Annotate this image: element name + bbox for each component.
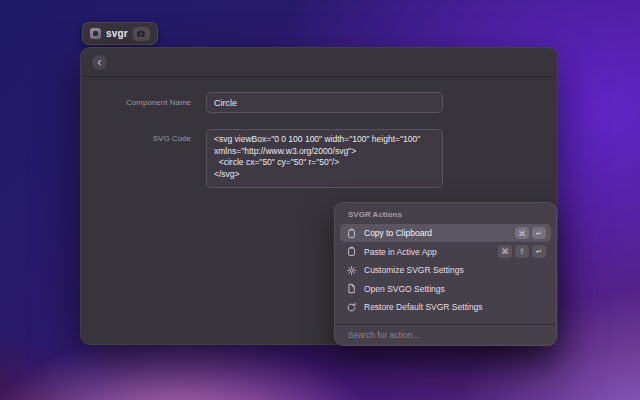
chevron-left-icon <box>95 58 104 67</box>
action-label: Customize SVGR Settings <box>364 265 546 275</box>
window-header <box>81 48 557 77</box>
clipboard-icon <box>346 246 357 257</box>
action-label: Paste in Active App <box>364 247 498 257</box>
shortcut-keys: ⌘ ↵ <box>515 227 546 240</box>
key-return: ↵ <box>532 227 546 240</box>
action-item-customize-svgr-settings[interactable]: Customize SVGR Settings <box>340 261 551 279</box>
action-label: Copy to Clipboard <box>364 228 515 238</box>
component-name-label: Component Name <box>81 92 191 113</box>
app-tab-title: svgr <box>106 28 128 39</box>
action-item-paste-in-active-app[interactable]: Paste in Active App ⌘ ⇧ ↵ <box>340 243 551 261</box>
camera-icon[interactable] <box>133 27 150 41</box>
action-panel: SVGR Actions Copy to Clipboard ⌘ ↵ Pas <box>334 202 557 346</box>
action-label: Open SVGO Settings <box>364 284 546 294</box>
desktop: { "colors": { "background_indigo": "#201… <box>0 0 640 400</box>
action-list: Copy to Clipboard ⌘ ↵ Paste in Active Ap… <box>340 224 551 320</box>
clipboard-icon <box>346 228 357 239</box>
app-tab-svgr[interactable]: svgr <box>82 22 158 45</box>
svg-code-textarea[interactable]: <svg viewBox="0 0 100 100" width="100" h… <box>206 129 443 188</box>
action-item-restore-default-svgr-settings[interactable]: Restore Default SVGR Settings <box>340 298 551 316</box>
document-icon <box>346 283 357 294</box>
key-return: ↵ <box>532 245 546 258</box>
extension-icon <box>90 28 101 39</box>
action-label: Restore Default SVGR Settings <box>364 302 546 312</box>
action-item-copy-to-clipboard[interactable]: Copy to Clipboard ⌘ ↵ <box>340 224 551 242</box>
action-panel-title: SVGR Actions <box>348 210 402 219</box>
svgr-window: Component Name SVG Code <svg viewBox="0 … <box>80 47 558 345</box>
back-button[interactable] <box>92 55 107 70</box>
key-cmd: ⌘ <box>515 227 529 240</box>
key-cmd: ⌘ <box>498 245 512 258</box>
action-search-bar <box>335 324 556 345</box>
svg-code-label: SVG Code <box>81 133 191 145</box>
action-item-open-svgo-settings[interactable]: Open SVGO Settings <box>340 280 551 298</box>
refresh-icon <box>346 302 357 313</box>
gear-icon <box>346 265 357 276</box>
component-name-input[interactable] <box>206 92 443 113</box>
key-shift: ⇧ <box>515 245 529 258</box>
shortcut-keys: ⌘ ⇧ ↵ <box>498 245 546 258</box>
action-search-input[interactable] <box>335 330 556 340</box>
